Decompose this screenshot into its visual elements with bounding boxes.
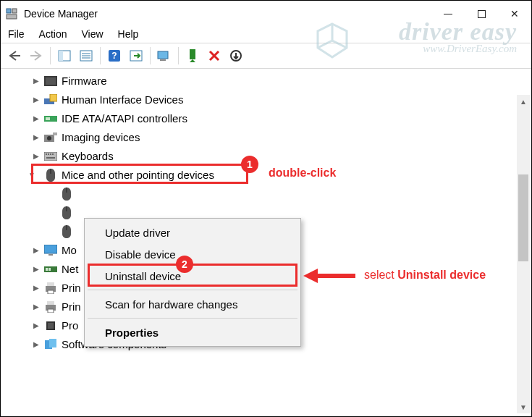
svg-rect-13: [160, 59, 166, 61]
printer-icon: [44, 300, 57, 313]
chevron-right-icon[interactable]: ▶: [31, 109, 41, 128]
chevron-right-icon[interactable]: ▶: [31, 72, 41, 90]
svg-rect-24: [53, 132, 57, 135]
toolbar-help[interactable]: ?: [104, 46, 125, 66]
chevron-right-icon[interactable]: ▶: [31, 241, 41, 260]
svg-rect-49: [49, 339, 56, 348]
printer-icon: [44, 282, 57, 295]
chevron-right-icon[interactable]: ▶: [31, 128, 41, 147]
context-menu: Update driver Disable device Uninstall d…: [84, 218, 301, 347]
chevron-right-icon[interactable]: ▶: [31, 147, 41, 166]
mouse-icon: [60, 225, 73, 238]
annotation-arrow-head: [303, 269, 318, 283]
svg-rect-26: [46, 153, 47, 155]
chevron-right-icon[interactable]: ▶: [31, 335, 41, 354]
ctx-separator: [88, 290, 297, 290]
toolbar-enable-device[interactable]: [182, 46, 203, 66]
tree-item-firmware[interactable]: ▶ Firmware: [9, 72, 531, 90]
ctx-scan-hardware[interactable]: Scan for hardware changes: [85, 293, 300, 315]
svg-rect-47: [48, 323, 54, 329]
toolbar-forward[interactable]: [25, 46, 47, 66]
device-manager-icon: [5, 7, 18, 20]
firmware-icon: [44, 75, 57, 88]
menubar: File Action View Help: [1, 27, 531, 43]
tree-label: Human Interface Devices: [62, 90, 183, 109]
toolbar: ?: [1, 43, 531, 69]
chevron-right-icon[interactable]: ▶: [31, 298, 41, 316]
svg-rect-25: [44, 152, 57, 161]
tree-label: Mo: [62, 241, 77, 260]
annotation-arrow-line: [318, 274, 355, 278]
svg-rect-14: [190, 49, 195, 59]
maximize-button[interactable]: [465, 2, 498, 25]
tree-label: Prin: [62, 279, 81, 298]
toolbar-uninstall-device[interactable]: [203, 46, 225, 66]
chevron-right-icon[interactable]: ▶: [31, 279, 41, 298]
minimize-button[interactable]: [431, 2, 465, 25]
mouse-icon: [44, 169, 57, 182]
svg-rect-21: [46, 117, 50, 120]
svg-rect-1: [12, 9, 17, 13]
chevron-right-icon[interactable]: ▶: [31, 316, 41, 335]
menu-file[interactable]: File: [8, 28, 25, 40]
svg-rect-17: [46, 77, 56, 85]
tree-item-hid[interactable]: ▶ Human Interface Devices: [9, 90, 531, 109]
tree-item-ide[interactable]: ▶ IDE ATA/ATAPI controllers: [9, 109, 531, 128]
close-button[interactable]: [498, 2, 531, 25]
tree-label: Keyboards: [62, 147, 114, 166]
tree-item-imaging[interactable]: ▶ Imaging devices: [9, 128, 531, 147]
svg-rect-44: [47, 301, 54, 305]
svg-rect-39: [48, 268, 51, 271]
menu-help[interactable]: Help: [118, 28, 139, 40]
toolbar-update-driver[interactable]: [153, 46, 175, 66]
svg-rect-36: [48, 254, 53, 256]
chevron-down-icon[interactable]: ▼: [27, 166, 37, 185]
svg-rect-0: [7, 9, 11, 13]
svg-rect-29: [52, 153, 54, 155]
ctx-separator: [88, 318, 297, 319]
mouse-icon: [60, 188, 73, 201]
toolbar-back[interactable]: [4, 46, 25, 66]
ctx-properties[interactable]: Properties: [85, 321, 300, 343]
tree-label: Mice and other pointing devices: [62, 166, 214, 185]
vertical-scrollbar[interactable]: ▲ ▼: [517, 95, 530, 413]
svg-rect-42: [48, 290, 54, 294]
svg-rect-35: [44, 245, 57, 253]
svg-rect-28: [50, 153, 51, 155]
mouse-icon: [60, 206, 73, 219]
network-icon: [44, 263, 57, 276]
scroll-thumb[interactable]: [518, 174, 528, 261]
ctx-uninstall-device[interactable]: Uninstall device: [85, 265, 300, 287]
svg-rect-4: [59, 51, 63, 61]
processor-icon: [44, 319, 57, 332]
chevron-right-icon[interactable]: ▶: [31, 260, 41, 279]
scroll-up-icon[interactable]: ▲: [517, 95, 530, 108]
svg-rect-45: [48, 309, 54, 313]
tree-label: Imaging devices: [62, 128, 140, 147]
menu-action[interactable]: Action: [39, 28, 67, 40]
toolbar-disable-device[interactable]: [225, 46, 247, 66]
tree-item-mice[interactable]: ▼ Mice and other pointing devices: [9, 166, 531, 185]
imaging-icon: [44, 131, 57, 144]
svg-rect-2: [7, 14, 17, 19]
ctx-disable-device[interactable]: Disable device: [85, 243, 300, 265]
scroll-down-icon[interactable]: ▼: [517, 400, 530, 413]
software-icon: [44, 338, 57, 351]
toolbar-scan-hardware[interactable]: [125, 46, 147, 66]
ide-icon: [44, 112, 57, 125]
svg-rect-27: [48, 153, 49, 155]
svg-rect-12: [158, 51, 168, 59]
toolbar-details[interactable]: [75, 46, 97, 66]
toolbar-show-hide-tree[interactable]: [54, 46, 75, 66]
tree-item-mouse-child-1[interactable]: [9, 185, 531, 203]
chevron-right-icon[interactable]: ▶: [31, 90, 41, 109]
tree-item-keyboards[interactable]: ▶ Keyboards: [9, 147, 531, 166]
menu-view[interactable]: View: [81, 28, 103, 40]
ctx-update-driver[interactable]: Update driver: [85, 222, 300, 243]
svg-rect-41: [47, 282, 54, 286]
monitor-icon: [44, 244, 57, 257]
tree-label: Prin: [62, 298, 81, 316]
svg-text:?: ?: [111, 51, 117, 61]
tree-label: Firmware: [62, 72, 107, 90]
svg-rect-19: [50, 94, 57, 101]
